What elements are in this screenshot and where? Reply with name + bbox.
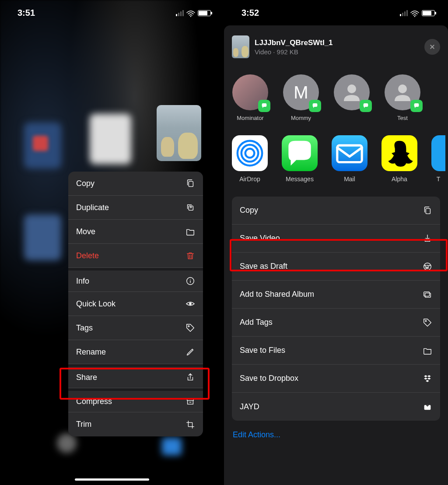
action-jayd-label: JAYD: [240, 402, 259, 411]
app-label: Messages: [286, 176, 314, 183]
app-twitter-partial[interactable]: T: [431, 135, 445, 183]
status-icons: [176, 10, 211, 17]
contacts-row: Mominator M Mommy Test: [224, 62, 448, 127]
file-subtitle: Video · 992 KB: [255, 48, 424, 56]
svg-point-9: [347, 84, 356, 93]
menu-trim[interactable]: Trim: [68, 412, 203, 436]
status-time: 3:51: [18, 8, 35, 18]
messages-badge-icon: [309, 100, 321, 112]
signal-icon: [176, 10, 184, 16]
mail-icon: [332, 135, 368, 171]
menu-delete[interactable]: Delete: [68, 244, 203, 268]
app-alpha[interactable]: Alpha: [382, 135, 417, 183]
menu-info[interactable]: Info: [68, 268, 203, 292]
menu-trim-label: Trim: [76, 420, 91, 429]
copy-icon: [186, 179, 195, 188]
contact-label: Mommy: [291, 115, 311, 121]
duplicate-icon: [186, 203, 195, 212]
pencil-icon: [186, 347, 195, 357]
wifi-icon: [410, 10, 419, 17]
sheet-header: LJJJbnV_QBreSWtI_1 Video · 992 KB: [224, 32, 448, 62]
messages-icon: [282, 135, 318, 171]
battery-icon: [422, 10, 435, 16]
folder-icon: [423, 346, 432, 355]
tag-icon: [423, 318, 432, 327]
app-airdrop[interactable]: AirDrop: [232, 135, 268, 183]
action-save-to-files[interactable]: Save to Files: [232, 337, 440, 365]
menu-tags[interactable]: Tags: [68, 316, 203, 340]
airdrop-icon: [232, 135, 268, 171]
svg-rect-18: [424, 292, 430, 296]
svg-point-0: [190, 16, 191, 17]
apps-row: AirDrop Messages Mail Alpha: [224, 127, 448, 189]
menu-delete-label: Delete: [76, 251, 99, 260]
menu-duplicate-label: Duplicate: [76, 203, 109, 212]
action-add-tags[interactable]: Add Tags: [232, 309, 440, 337]
action-add-to-shared-album[interactable]: Add to Shared Album: [232, 281, 440, 309]
menu-copy-label: Copy: [76, 179, 94, 188]
wifi-icon: [186, 10, 195, 17]
menu-rename[interactable]: Rename: [68, 340, 203, 364]
contact-redacted[interactable]: [333, 74, 370, 121]
messages-badge-icon: [360, 100, 372, 112]
app-label: Alpha: [392, 176, 407, 183]
trash-icon: [186, 251, 195, 260]
svg-rect-15: [426, 208, 430, 214]
snapchat-icon: [382, 135, 417, 171]
contact-mommy[interactable]: M Mommy: [283, 74, 319, 121]
status-bar: 3:52: [224, 0, 448, 22]
action-save-files-label: Save to Files: [240, 346, 285, 355]
close-button[interactable]: [424, 39, 440, 55]
menu-move[interactable]: Move: [68, 220, 203, 244]
app-label: T: [437, 176, 441, 183]
app-label: AirDrop: [239, 176, 260, 183]
folder-icon: [186, 227, 195, 236]
svg-rect-17: [425, 293, 431, 297]
menu-quick-look-label: Quick Look: [76, 299, 116, 309]
messages-badge-icon: [410, 100, 423, 112]
file-name: LJJJbnV_QBreSWtI_1: [255, 39, 424, 47]
highlight-save-video: [230, 239, 448, 271]
svg-point-5: [189, 302, 192, 305]
action-copy[interactable]: Copy: [232, 197, 440, 225]
svg-point-8: [414, 16, 415, 17]
album-icon: [423, 290, 432, 299]
svg-rect-14: [337, 145, 362, 162]
edit-actions-link[interactable]: Edit Actions...: [224, 421, 448, 449]
app-label: Mail: [344, 176, 355, 183]
home-indicator[interactable]: [75, 478, 149, 481]
svg-point-19: [425, 320, 427, 321]
svg-point-11: [245, 149, 255, 158]
signal-icon: [400, 10, 408, 16]
video-thumbnail[interactable]: [157, 105, 201, 161]
menu-tags-label: Tags: [76, 323, 93, 333]
app-messages[interactable]: Messages: [282, 135, 318, 183]
svg-rect-1: [189, 181, 193, 186]
action-jayd[interactable]: JAYD: [232, 393, 440, 421]
highlight-share: [60, 368, 210, 400]
contact-label: Mominator: [237, 115, 263, 121]
contact-test[interactable]: Test: [384, 74, 421, 121]
action-dropbox-label: Save to Dropbox: [240, 374, 298, 383]
action-save-to-dropbox[interactable]: Save to Dropbox: [232, 365, 440, 393]
menu-rename-label: Rename: [76, 348, 106, 357]
twitter-icon: [431, 135, 445, 171]
contact-mominator[interactable]: Mominator: [232, 74, 269, 121]
file-thumbnail: [232, 35, 249, 58]
menu-copy[interactable]: Copy: [68, 172, 203, 196]
crop-icon: [186, 420, 195, 429]
menu-info-label: Info: [76, 277, 89, 286]
svg-point-12: [242, 145, 258, 162]
action-shared-album-label: Add to Shared Album: [240, 290, 314, 299]
eye-icon: [186, 299, 195, 309]
battery-icon: [198, 10, 211, 16]
app-mail[interactable]: Mail: [332, 135, 368, 183]
menu-quick-look[interactable]: Quick Look: [68, 292, 203, 316]
contact-label: Test: [397, 115, 408, 121]
actions-list: Copy Save Video Save as Draft Add to Sha…: [232, 197, 440, 421]
status-icons: [400, 10, 435, 17]
dropbox-icon: [423, 374, 432, 383]
action-add-tags-label: Add Tags: [240, 318, 273, 327]
copy-icon: [423, 206, 432, 215]
menu-duplicate[interactable]: Duplicate: [68, 196, 203, 220]
